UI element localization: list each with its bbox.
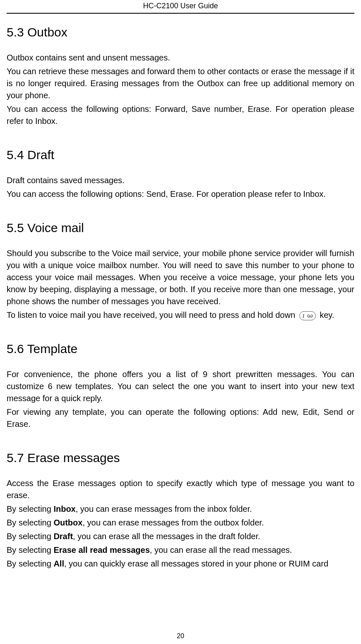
erase-line-inbox: By selecting Inbox, you can erase messag… <box>7 503 354 515</box>
para-erase-intro: Access the Erase messages option to spec… <box>7 477 354 501</box>
erase-option-draft: Draft <box>53 532 73 541</box>
erase-line-text: , you can erase all the messages in the … <box>73 532 260 541</box>
para-voicemail-2: To listen to voice mail you have receive… <box>7 309 354 321</box>
erase-line-text: , you can quickly erase all messages sto… <box>64 559 328 568</box>
erase-line-text: , you can erase messages from the outbox… <box>82 518 264 527</box>
erase-line-read: By selecting Erase all read messages, yo… <box>7 544 354 556</box>
erase-line-all: By selecting All, you can quickly erase … <box>7 558 354 570</box>
para-draft-1: Draft contains saved messages. <box>7 174 354 186</box>
erase-line-text: By selecting <box>7 559 53 568</box>
erase-line-text: By selecting <box>7 518 53 527</box>
erase-line-draft: By selecting Draft, you can erase all th… <box>7 530 354 542</box>
erase-line-outbox: By selecting Outbox, you can erase messa… <box>7 517 354 529</box>
header-rule <box>7 13 354 14</box>
heading-voice-mail: 5.5 Voice mail <box>7 221 354 235</box>
key-1-icon: 1 <box>299 311 316 320</box>
erase-option-all: All <box>53 559 64 568</box>
header-title: HC-C2100 User Guide <box>7 0 354 13</box>
erase-line-text: By selecting <box>7 545 53 554</box>
heading-template: 5.6 Template <box>7 342 354 356</box>
para-template-2: For viewing any template, you can operat… <box>7 406 354 430</box>
heading-erase-messages: 5.7 Erase messages <box>7 451 354 465</box>
para-outbox-1: Outbox contains sent and unsent messages… <box>7 52 354 64</box>
para-voicemail-2b: key. <box>320 310 334 320</box>
svg-point-0 <box>307 315 309 317</box>
heading-outbox: 5.3 Outbox <box>7 25 354 39</box>
erase-line-text: By selecting <box>7 532 53 541</box>
erase-line-text: , you can erase all the read messages. <box>150 545 292 554</box>
para-outbox-2: You can retrieve these messages and forw… <box>7 65 354 102</box>
para-voicemail-2a: To listen to voice mail you have receive… <box>7 310 298 320</box>
erase-option-outbox: Outbox <box>53 518 82 527</box>
page-number: 20 <box>0 632 361 640</box>
para-template-1: For convenience, the phone offers you a … <box>7 368 354 404</box>
heading-draft: 5.4 Draft <box>7 148 354 162</box>
erase-option-inbox: Inbox <box>53 504 75 513</box>
erase-line-text: , you can erase messages from the inbox … <box>76 504 252 513</box>
page: HC-C2100 User Guide 5.3 Outbox Outbox co… <box>0 0 361 644</box>
erase-line-text: By selecting <box>7 504 53 513</box>
erase-option-read: Erase all read messages <box>53 545 149 554</box>
voicemail-icon <box>307 314 313 318</box>
para-voicemail-1: Should you subscribe to the Voice mail s… <box>7 247 354 307</box>
para-outbox-3: You can access the following options: Fo… <box>7 103 354 127</box>
para-draft-2: You can access the following options: Se… <box>7 188 354 200</box>
svg-point-1 <box>310 315 313 317</box>
key-1-label: 1 <box>302 312 305 320</box>
